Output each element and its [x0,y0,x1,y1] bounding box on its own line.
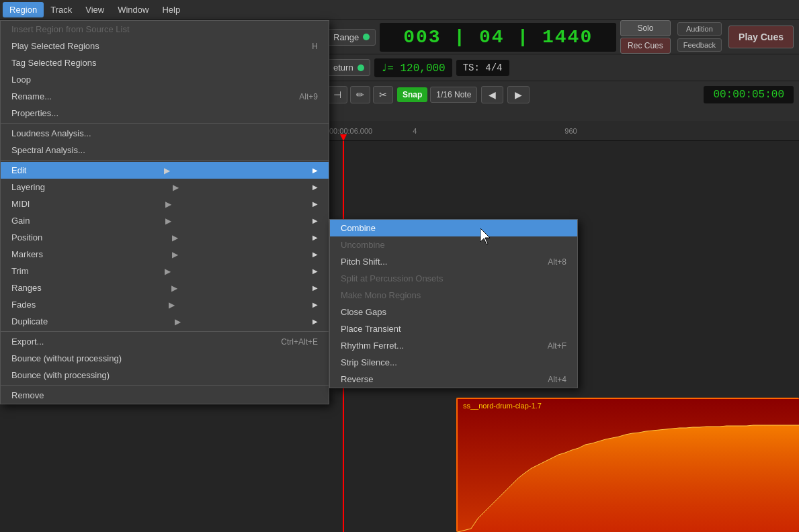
menu-trim[interactable]: Trim ▶ [1,263,329,279]
play-cues-button[interactable]: Play Cues [728,26,794,48]
snap-area: Snap 1/16 Note [397,87,477,103]
submenu-close-gaps[interactable]: Close Gaps [330,304,577,320]
menu-gain[interactable]: Gain ▶ [1,212,329,229]
ruler-beat2: 960 [564,127,577,135]
ruler-beat: 4 [413,127,417,135]
menu-properties[interactable]: Properties... [1,105,329,122]
submenu-reverse[interactable]: Reverse Alt+4 [330,371,577,388]
menu-spectral[interactable]: Spectral Analysis... [1,142,329,159]
bpm-display: ♩= 120,000 [374,58,452,77]
waveform-label: ss__nord-drum-clap-1.7 [463,402,542,410]
rec-cues-button[interactable]: Rec Cues [620,38,671,54]
menu-sep-4 [1,385,329,386]
transport-area: Range 003 | 04 | 1440 Solo Rec Cues Audi… [322,20,799,121]
waveform-svg [458,425,799,532]
menu-sep-1 [1,123,329,124]
menu-bounce-without[interactable]: Bounce (without processing) [1,350,329,367]
time-position-display: 00:00:05:00 [704,86,794,103]
return-label: eturn [333,62,353,73]
menu-remove[interactable]: Remove [1,387,329,404]
menu-edit[interactable]: Edit ▶ [1,162,329,179]
menu-loudness[interactable]: Loudness Analysis... [1,125,329,142]
submenu-strip-silence[interactable]: Strip Silence... [330,354,577,371]
menubar-track[interactable]: Track [44,2,79,17]
menu-insert-region: Insert Region from Source List [1,21,329,38]
tool-pencil-icon[interactable]: ✏ [350,86,370,103]
menubar-window[interactable]: Window [111,2,155,17]
menubar-help[interactable]: Help [155,2,187,17]
range-label: Range [333,32,359,42]
return-button[interactable]: eturn [327,59,370,76]
transport-row1: Range 003 | 04 | 1440 Solo Rec Cues Audi… [322,20,799,54]
menu-layering[interactable]: Layering ▶ [1,179,329,195]
tool-cursor-icon[interactable]: ⊣ [327,86,347,103]
edit-submenu[interactable]: Combine Uncombine Pitch Shift... Alt+8 S… [329,219,578,388]
menu-play-selected[interactable]: Play Selected Regions H [1,38,329,54]
timecode-display: 003 | 04 | 1440 [380,23,616,52]
menubar-region[interactable]: Region [3,2,44,17]
tool-icons: ⊣ ✏ ✂ [327,86,393,103]
submenu-make-mono: Make Mono Regions [330,287,577,304]
menu-loop[interactable]: Loop [1,71,329,88]
nav-forward-button[interactable]: ▶ [507,86,530,103]
menu-midi[interactable]: MIDI ▶ [1,195,329,212]
waveform-region: ss__nord-drum-clap-1.7 [456,398,799,532]
return-dot [358,64,364,71]
submenu-combine[interactable]: Combine [330,220,577,236]
menu-bounce-with[interactable]: Bounce (with processing) [1,367,329,384]
transport-row2: eturn ♩= 120,000 TS: 4/4 [322,54,799,81]
audition-button[interactable]: Audition [677,22,722,36]
menu-duplicate[interactable]: Duplicate ▶ [1,313,329,330]
ruler-time: 00:00:06.000 [329,127,372,135]
nav-back-button[interactable]: ◀ [481,86,503,103]
solo-button[interactable]: Solo [620,20,671,36]
ts-display: TS: 4/4 [456,60,509,76]
range-button[interactable]: Range [327,29,376,46]
menu-export[interactable]: Export... Ctrl+Alt+E [1,333,329,350]
snap-value[interactable]: 1/16 Note [430,87,477,103]
menu-rename[interactable]: Rename... Alt+9 [1,88,329,105]
audition-feedback: Audition Feedback [675,22,724,52]
submenu-place-transient[interactable]: Place Transient [330,320,577,337]
menubar: Region Track View Window Help [0,0,799,20]
menu-sep-3 [1,331,329,332]
menu-markers[interactable]: Markers ▶ [1,246,329,263]
feedback-button[interactable]: Feedback [677,38,722,52]
snap-button[interactable]: Snap [397,87,427,102]
side-buttons: Solo Rec Cues [620,20,671,54]
menu-fades[interactable]: Fades ▶ [1,296,329,313]
submenu-split-percussion: Split at Percussion Onsets [330,270,577,287]
menubar-view[interactable]: View [79,2,111,17]
submenu-uncombine: Uncombine [330,236,577,253]
submenu-pitch-shift[interactable]: Pitch Shift... Alt+8 [330,253,577,270]
menu-ranges[interactable]: Ranges ▶ [1,279,329,296]
menu-position[interactable]: Position ▶ [1,229,329,246]
tool-scissors-icon[interactable]: ✂ [373,86,393,103]
region-menu[interactable]: Insert Region from Source List Play Sele… [0,20,329,404]
transport-row3: ⊣ ✏ ✂ Snap 1/16 Note ◀ ▶ 00:00:05:00 [322,81,799,107]
menu-tag-selected[interactable]: Tag Selected Regions [1,54,329,71]
svg-marker-0 [458,425,799,532]
menu-sep-2 [1,160,329,161]
submenu-rhythm-ferret[interactable]: Rhythm Ferret... Alt+F [330,337,577,354]
range-dot [363,34,370,40]
